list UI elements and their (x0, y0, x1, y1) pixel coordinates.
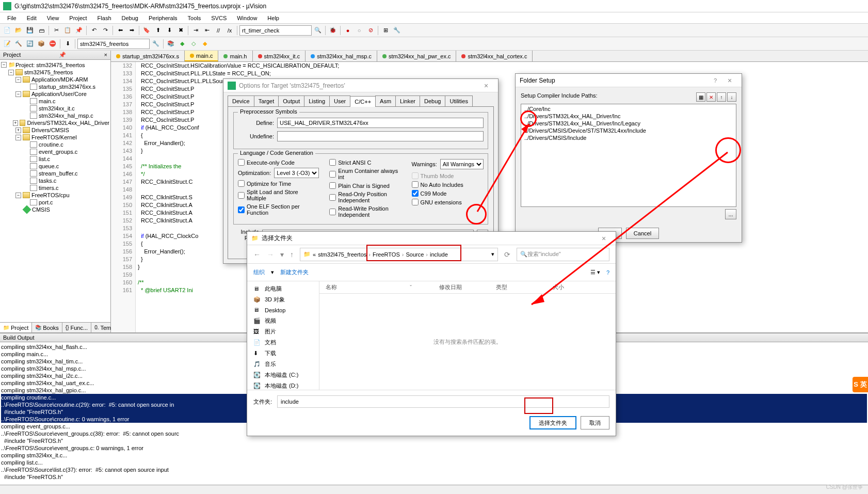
browse-side-item[interactable]: 🖼图片 (249, 326, 317, 337)
column-headers[interactable]: 名称ˇ 修改日期 类型 大小 (319, 281, 616, 294)
noauto-check[interactable] (412, 181, 419, 188)
copy-button[interactable]: 📋 (62, 25, 73, 36)
split-load-check[interactable] (238, 192, 245, 199)
close-icon[interactable]: × (478, 82, 494, 90)
editor-tab[interactable]: stm32l4xx_hal_msp.c (306, 51, 377, 61)
rebuild-button[interactable]: 🔄 (25, 39, 35, 49)
options-tab-target[interactable]: Target (254, 95, 279, 106)
include-path-item[interactable]: ../Drivers/STM32L4xx_HAL_Driver/Inc (522, 113, 735, 120)
include-path-item[interactable]: ../Core/Inc (522, 105, 735, 113)
browse-side-item[interactable]: 🎬视频 (249, 315, 317, 326)
cut-button[interactable]: ✂ (51, 25, 61, 36)
search-input[interactable]: 🔍 搜索"include" (517, 248, 609, 261)
pack-button[interactable]: ◆ (177, 39, 187, 49)
cmsis-node[interactable]: CMSIS (32, 206, 50, 213)
enum-check[interactable] (329, 171, 336, 178)
panel-tab-books[interactable]: 📚 Books (32, 323, 62, 332)
comment-button[interactable]: // (213, 25, 223, 36)
group-node[interactable]: Application/User/Core (31, 91, 87, 97)
help-icon[interactable]: ? (606, 269, 609, 276)
editor-tab[interactable]: stm32l4xx_hal_pwr_ex.c (377, 51, 456, 61)
menu-debug[interactable]: Debug (117, 13, 143, 23)
new-button[interactable]: 📄 (2, 25, 12, 36)
download-button[interactable]: ⬇ (62, 39, 73, 49)
debug-button[interactable]: 🐞 (328, 25, 338, 36)
chevron-down-icon[interactable]: ▾ (491, 251, 494, 258)
options-tab-device[interactable]: Device (228, 95, 254, 106)
options-tab-user[interactable]: User (329, 95, 350, 106)
close-icon[interactable]: × (596, 234, 612, 243)
group-node[interactable]: FreeRTOS/cpu (31, 192, 70, 198)
bookmark-next-button[interactable]: ⬇ (164, 25, 174, 36)
menu-help[interactable]: Help (262, 13, 284, 23)
project-root[interactable]: Project: stm32l475_freertos (15, 62, 85, 68)
panel-tab-project[interactable]: 📁 Project (0, 323, 32, 332)
optimization-select[interactable]: Level 3 (-O3) (274, 168, 319, 178)
new-folder-button[interactable]: 新建文件夹 (280, 268, 309, 276)
include-paths-list[interactable]: ../Core/Inc../Drivers/STM32L4xx_HAL_Driv… (521, 104, 736, 207)
find-button[interactable]: 🔍 (313, 25, 323, 36)
manage-button[interactable]: 📚 (166, 39, 176, 49)
c99-check[interactable] (412, 190, 419, 197)
nav-recent-icon[interactable]: ▾ (280, 250, 284, 259)
group-node[interactable]: Application/MDK-ARM (31, 76, 88, 83)
uncomment-button[interactable]: /x (224, 25, 235, 36)
undo-button[interactable]: ↶ (89, 25, 99, 36)
new-path-button[interactable]: ▦ (696, 92, 705, 102)
warnings-select[interactable]: All Warnings (440, 159, 484, 169)
file-node[interactable]: list.c (39, 156, 50, 162)
indent-button[interactable]: ⇥ (190, 25, 201, 36)
plain-char-check[interactable] (329, 182, 336, 189)
file-node[interactable]: stm32l4xx_it.c (39, 105, 75, 111)
browse-side-item[interactable]: 💽本地磁盘 (D:) (249, 380, 317, 391)
saveall-button[interactable]: 🗃 (36, 25, 46, 36)
navfwd-button[interactable]: ➡ (126, 25, 137, 36)
move-up-button[interactable]: ↑ (717, 92, 726, 102)
browse-sidebar[interactable]: 🖥此电脑📦3D 对象🖥Desktop🎬视频🖼图片📄文档⬇下载🎵音乐💽本地磁盘 (… (247, 281, 319, 390)
close-icon[interactable]: × (722, 76, 737, 85)
browse-side-item[interactable]: 💽本地磁盘 (C:) (249, 370, 317, 380)
move-down-button[interactable]: ↓ (727, 92, 736, 102)
bookmark-button[interactable]: 🔖 (141, 25, 152, 36)
undefine-input[interactable] (277, 131, 484, 141)
editor-tab[interactable]: main.h (218, 51, 252, 61)
browse-side-item[interactable]: 📦3D 对象 (249, 294, 317, 305)
breakpoint-button[interactable]: ● (343, 25, 353, 36)
target-combo[interactable] (77, 39, 150, 49)
menu-peripherals[interactable]: Peripherals (143, 13, 183, 23)
paste-button[interactable]: 📌 (74, 25, 84, 36)
strict-ansi-check[interactable] (329, 159, 336, 166)
file-node[interactable]: queue.c (39, 163, 59, 169)
editor-tab[interactable]: main.c (185, 51, 218, 61)
options-tab-asm[interactable]: Asm (375, 95, 396, 106)
options-tab-utilities[interactable]: Utilities (445, 95, 472, 106)
nav-forward-icon[interactable]: → (267, 250, 274, 259)
menu-tools[interactable]: Tools (183, 13, 206, 23)
menu-view[interactable]: View (42, 13, 65, 23)
target-options-button[interactable]: 🔧 (151, 39, 161, 49)
folder-name-input[interactable] (277, 395, 609, 408)
editor-tab[interactable]: stm32l4xx_it.c (253, 51, 306, 61)
help-button[interactable]: ◆ (200, 39, 210, 49)
organize-button[interactable]: 组织 (253, 268, 265, 276)
help-icon[interactable]: ? (714, 77, 717, 84)
browse-side-item[interactable]: 🖥此电脑 (249, 283, 317, 294)
breadcrumb[interactable]: 📁 « stm32l475_freertos› FreeRTOS› Source… (300, 248, 498, 261)
project-tree[interactable]: −📁 Project: stm32l475_freertos −stm32l47… (0, 60, 110, 322)
file-node[interactable]: port.c (39, 199, 53, 205)
include-path-item[interactable]: ../Drivers/CMSIS/Include (522, 134, 735, 141)
group-node[interactable]: Drivers/CMSIS (31, 127, 69, 133)
file-node[interactable]: timers.c (39, 185, 59, 191)
cancel-button[interactable]: Cancel (626, 228, 659, 239)
cancel-button[interactable]: 取消 (581, 416, 609, 429)
define-input[interactable] (277, 118, 484, 128)
file-node[interactable]: tasks.c (39, 178, 56, 184)
batch-build-button[interactable]: 📦 (36, 39, 46, 49)
breakpoint-disable-button[interactable]: ○ (354, 25, 364, 36)
group-node[interactable]: FreeRTOS/Kernel (31, 134, 77, 140)
options-tab-listing[interactable]: Listing (304, 95, 330, 106)
menu-project[interactable]: Project (64, 13, 92, 23)
editor-tab[interactable]: startup_stm32l476xx.s (111, 51, 185, 61)
one-elf-check[interactable] (238, 206, 245, 213)
refresh-icon[interactable]: ⟳ (504, 250, 510, 259)
